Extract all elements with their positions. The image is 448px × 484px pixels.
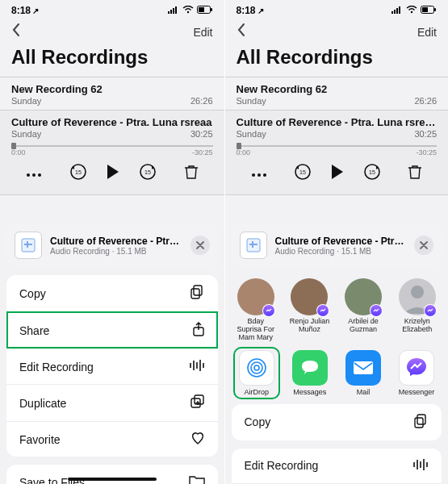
recording-row[interactable]: New Recording 62 Sunday26:26 [0,77,224,111]
contact[interactable]: Arbilei de Guzman [342,278,385,342]
time-remaining: -30:25 [192,148,213,156]
status-icons [391,5,437,16]
recording-row[interactable]: New Recording 62 Sunday26:26 [225,77,449,111]
app-label: Mail [357,388,371,396]
recording-name: Culture of Reverence - Ptra. Luna rsreaa [11,116,213,128]
svg-rect-51 [417,415,425,424]
scrubber[interactable]: 0:00-30:25 [225,145,449,156]
menu-duplicate[interactable]: Duplicate [6,384,218,421]
recording-name: New Recording 62 [11,83,213,95]
share-sheet: Culture of Reverence - Ptra. Luna rsreaa… [225,223,449,484]
recording-duration: 30:25 [191,129,213,139]
contact[interactable]: Bday Suprisa For Mam Mary [235,278,278,342]
contact[interactable]: Renjo Julian Muñoz [288,278,331,342]
app-airdrop[interactable]: AirDrop [235,348,278,398]
app-label: Messages [293,388,326,396]
svg-text:15: 15 [369,169,375,175]
svg-point-48 [251,362,262,373]
menu-card: Copy Share Edit Recording Duplicate Favo… [6,275,218,457]
svg-text:15: 15 [144,169,151,175]
home-indicator[interactable] [68,478,157,481]
forward-15-icon[interactable]: 15 [139,163,157,184]
time-position: 0:00 [11,148,26,156]
recording-day: Sunday [11,129,41,139]
menu-card: Save to Files Edit Actions... [6,465,218,484]
menu-copy[interactable]: Copy [6,275,218,311]
app-mail[interactable]: Mail [341,350,385,396]
signal-icon [391,5,403,16]
trash-icon[interactable] [408,164,422,183]
edit-button[interactable]: Edit [417,26,437,39]
svg-point-37 [257,173,261,177]
svg-rect-17 [27,241,28,248]
recording-day: Sunday [237,129,266,139]
svg-rect-1 [170,10,172,14]
menu-share[interactable]: Share [6,311,218,348]
player-controls: 15 15 [237,156,438,190]
menu-label: Copy [245,415,271,428]
app-messages[interactable]: Messages [288,350,332,396]
back-button[interactable] [11,23,21,41]
share-title: Culture of Reverence - Ptra. Luna rsreaa [50,236,182,247]
more-icon[interactable] [26,166,42,181]
rewind-15-icon[interactable]: 15 [69,163,87,184]
share-title: Culture of Reverence - Ptra. Luna rsreaa [275,236,407,247]
messages-icon [292,350,328,386]
menu-save-to-files[interactable]: Save to Files [6,465,218,484]
back-button[interactable] [237,23,246,41]
play-icon[interactable] [105,163,121,184]
menu-edit-recording[interactable]: Edit Recording [6,348,218,384]
svg-rect-35 [422,7,428,12]
recordings-list: New Recording 62 Sunday26:26 Culture of … [225,77,449,195]
svg-rect-31 [399,6,400,14]
menu-card: Copy [232,404,442,440]
svg-rect-28 [391,11,393,14]
recording-name: New Recording 62 [237,83,438,95]
svg-point-38 [263,173,266,177]
menu-copy[interactable]: Copy [232,404,442,440]
forward-15-icon[interactable]: 15 [363,163,381,184]
contact-name: Arbilei de Guzman [342,318,385,334]
trash-icon[interactable] [184,164,199,183]
svg-point-36 [252,173,255,177]
contact[interactable]: Krizelyn Elizabeth [396,278,438,342]
app-label: Messenger [399,388,435,396]
svg-point-32 [411,11,412,13]
menu-favorite[interactable]: Favorite [6,421,218,457]
recording-row[interactable]: Culture of Reverence - Ptra. Luna rsreaa… [0,111,224,195]
close-button[interactable] [414,236,433,255]
play-icon[interactable] [329,163,345,184]
more-icon[interactable] [251,166,267,181]
svg-point-9 [32,173,36,177]
battery-icon [197,5,213,16]
contact-name: Bday Suprisa For Mam Mary [235,318,278,342]
messenger-badge-icon [424,304,437,317]
app-messenger[interactable]: Messenger [395,350,438,396]
contact-name: Renjo Julian Muñoz [288,318,331,334]
contacts-row: Bday Suprisa For Mam Mary Renjo Julian M… [232,275,442,350]
svg-point-4 [186,11,188,13]
recording-row[interactable]: Culture of Reverence - Ptra. Luna rsreaa… [225,111,449,195]
share-subtitle: Audio Recording · 15.1 MB [50,247,182,256]
recording-day: Sunday [237,96,266,106]
messenger-badge-icon [370,304,383,317]
edit-button[interactable]: Edit [193,26,212,39]
close-button[interactable] [191,236,210,255]
menu-label: Edit Recording [19,361,94,373]
menu-edit-recording[interactable]: Edit Recording [232,449,442,483]
signal-icon [168,5,179,16]
menu-card: Edit Recording Duplicate [232,449,442,484]
status-time: 8:18↗ [11,5,39,16]
svg-rect-3 [175,6,177,14]
svg-point-10 [38,173,41,177]
recording-name: Culture of Reverence - Ptra. Luna rsreaa [237,116,438,128]
player-controls: 15 15 [11,156,213,190]
svg-text:15: 15 [299,169,306,175]
rewind-15-icon[interactable]: 15 [294,163,312,184]
recording-duration: 26:26 [414,96,437,106]
waveform-icon [412,458,429,474]
svg-rect-30 [396,8,398,14]
scrubber[interactable]: 0:00-30:25 [0,145,224,156]
menu-label: Favorite [19,433,61,446]
nav-bar: Edit [225,18,449,43]
